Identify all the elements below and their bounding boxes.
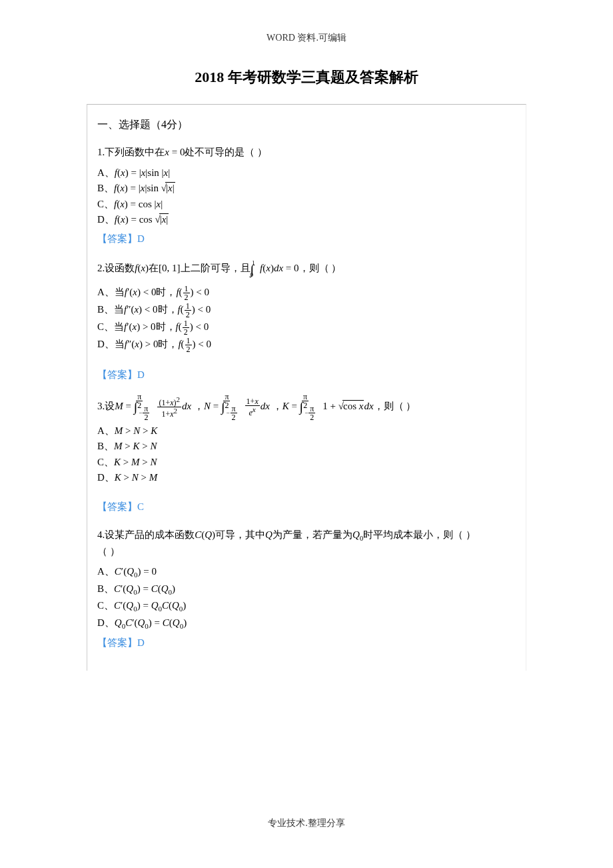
- q4-option-a: A、C′(Q0) = 0: [97, 564, 516, 581]
- content-box: 一、选择题（4分） 1.下列函数中在x = 0处不可导的是（ ） A、f(x) …: [87, 104, 526, 671]
- q3-stem: 3.设M = ∫π2−π2(1+x)21+x2dx ，N = ∫π2−π21+x…: [97, 396, 516, 418]
- question-4: 4.设某产品的成本函数C(Q)可导，其中Q为产量，若产量为Q0时平均成本最小，则…: [97, 527, 516, 651]
- q1-stem: 1.下列函数中在x = 0处不可导的是（ ）: [97, 145, 516, 160]
- q3-option-a: A、M > N > K: [97, 423, 516, 439]
- q1-answer: 【答案】D: [97, 231, 516, 247]
- q4-p2: 可导，其中: [215, 529, 265, 540]
- page-header: WORD 资料.可编辑: [0, 0, 613, 44]
- q1-option-a: A、f(x) = |x|sin |x|: [97, 165, 516, 181]
- q2-option-d: D、当f″(x) > 0时，f(12) < 0: [97, 337, 516, 353]
- q2-option-a: A、当f′(x) < 0时，f(12) < 0: [97, 285, 516, 301]
- main-title: 2018 年考研数学三真题及答案解析: [0, 67, 613, 87]
- q4-option-c: C、C′(Q0) = Q0C(Q0): [97, 598, 516, 615]
- q2-options: A、当f′(x) < 0时，f(12) < 0 B、当f″(x) < 0时，f(…: [97, 285, 516, 353]
- page-footer: 专业技术.整理分享: [0, 817, 613, 829]
- q2-answer: 【答案】D: [97, 367, 516, 383]
- q4-p4: 时平均成本最小，则（ ）: [363, 529, 476, 540]
- q3-option-d: D、K > N > M: [97, 470, 516, 485]
- q1-options: A、f(x) = |x|sin |x| B、f(x) = |x|sin |x| …: [97, 165, 516, 227]
- q3-option-b: B、M > K > N: [97, 439, 516, 454]
- q2-p4: ，则（ ）: [299, 263, 342, 273]
- q4-stem: 4.设某产品的成本函数C(Q)可导，其中Q为产量，若产量为Q0时平均成本最小，则…: [97, 527, 516, 559]
- q3-suffix: ，则（ ）: [374, 401, 416, 411]
- q1-stem-suffix: 处不可导的是（ ）: [185, 147, 267, 157]
- q4-option-d: D、Q0C′(Q0) = C(Q0): [97, 615, 516, 632]
- q2-p2: 在: [149, 263, 159, 273]
- q4-options: A、C′(Q0) = 0 B、C′(Q0) = C(Q0) C、C′(Q0) =…: [97, 564, 516, 631]
- q3-option-c: C、K > M > N: [97, 455, 516, 470]
- q2-p1: 2.设函数: [97, 263, 135, 273]
- q3-options: A、M > N > K B、M > K > N C、K > M > N D、K …: [97, 423, 516, 485]
- q4-p3: 为产量，若产量为: [273, 529, 352, 540]
- q3-prefix: 3.设: [97, 401, 115, 411]
- question-3: 3.设M = ∫π2−π2(1+x)21+x2dx ，N = ∫π2−π21+x…: [97, 396, 516, 515]
- q1-stem-math: x = 0: [165, 147, 185, 157]
- question-2: 2.设函数f(x)在[0, 1]上二阶可导，且∫10f(x)dx = 0，则（ …: [97, 259, 516, 383]
- question-1: 1.下列函数中在x = 0处不可导的是（ ） A、f(x) = |x|sin |…: [97, 145, 516, 246]
- q2-option-c: C、当f′(x) > 0时，f(12) < 0: [97, 319, 516, 336]
- q3-answer: 【答案】C: [97, 499, 516, 515]
- q4-p1: 4.设某产品的成本函数: [97, 529, 195, 540]
- q2-p3: 上二阶可导，且: [181, 263, 251, 273]
- q4-answer: 【答案】D: [97, 635, 516, 651]
- q1-stem-prefix: 1.下列函数中在: [97, 147, 165, 157]
- q4-option-b: B、C′(Q0) = C(Q0): [97, 581, 516, 598]
- q1-option-c: C、f(x) = cos |x|: [97, 197, 516, 212]
- q2-stem: 2.设函数f(x)在[0, 1]上二阶可导，且∫10f(x)dx = 0，则（ …: [97, 259, 516, 279]
- section-heading: 一、选择题（4分）: [97, 117, 516, 133]
- q1-option-d: D、f(x) = cos |x|: [97, 212, 516, 227]
- q1-option-b: B、f(x) = |x|sin |x|: [97, 181, 516, 196]
- q2-option-b: B、当f″(x) < 0时，f(12) < 0: [97, 302, 516, 319]
